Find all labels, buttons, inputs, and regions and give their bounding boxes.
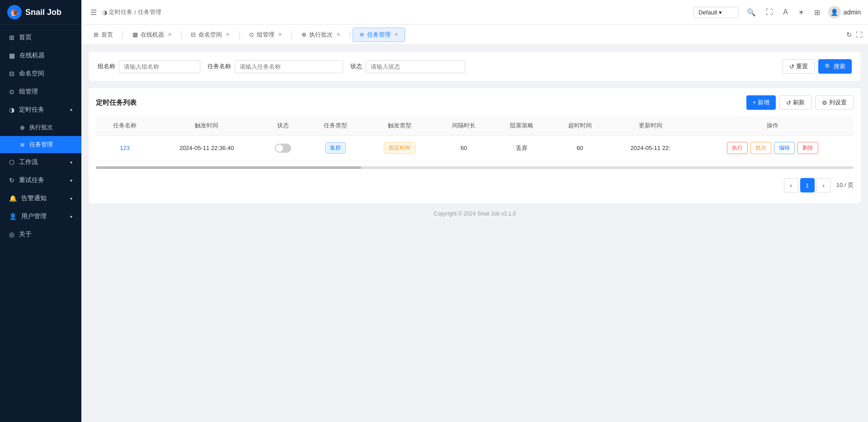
tabbar: ⊞ 首页 | ▦ 在线机器 ✕ | ⊟ 命名空间 ✕ | ⊙ 组管理 ✕ | ⊕…: [81, 25, 868, 45]
usermgr-chevron: ▾: [70, 214, 72, 219]
search-button[interactable]: 🔍 搜索: [818, 59, 852, 74]
refresh-button[interactable]: ↺ 刷新: [779, 95, 811, 110]
sidebar-item-groupmgr[interactable]: ⊙ 组管理: [0, 83, 81, 101]
filter-group-label: 组名称: [98, 62, 115, 70]
table-actions: + 新增 ↺ 刷新 ⚙ 列设置: [746, 95, 854, 110]
usermgr-icon: 👤: [9, 213, 17, 220]
tab-group[interactable]: ⊙ 组管理 ✕: [242, 28, 289, 42]
next-page-btn[interactable]: ›: [816, 178, 831, 192]
table-head-row: 任务名称 触发时间 状态 任务类型 触发类型 间隔时长 阻塞策略 超时时间 更新…: [96, 116, 854, 136]
topbar-left: ☰ ◑ 定时任务 / 任务管理: [89, 6, 693, 19]
footer: Copyright © 2024 Snail Job v3.1.0: [89, 203, 861, 224]
table-scroll[interactable]: 任务名称 触发时间 状态 任务类型 触发类型 间隔时长 阻塞策略 超时时间 更新…: [96, 116, 854, 161]
tab-namespace-close[interactable]: ✕: [226, 32, 230, 38]
refresh-icon: ↺: [786, 99, 791, 106]
home-icon: ⊞: [9, 34, 14, 41]
page-size-info: 10 / 页: [836, 181, 854, 189]
tab-group-close[interactable]: ✕: [278, 32, 282, 38]
fullscreen-icon[interactable]: ⛶: [764, 6, 775, 18]
tab-divider-3: |: [238, 30, 241, 39]
tab-divider-4: |: [291, 30, 293, 39]
filter-bar: 组名称 任务名称 状态 ↺ 重置 🔍 搜索: [89, 52, 861, 81]
collapse-sidebar-btn[interactable]: ☰: [89, 6, 99, 19]
workflow-chevron: ▾: [70, 160, 72, 165]
retry-chevron: ▾: [70, 178, 72, 183]
sidebar-subitem-taskmgr[interactable]: ≋ 任务管理: [0, 136, 81, 153]
edit-button[interactable]: 编辑: [774, 142, 795, 154]
reset-button[interactable]: ↺ 重置: [783, 59, 815, 74]
tab-home-icon: ⊞: [94, 31, 99, 38]
col-update-time: 更新时间: [609, 116, 692, 136]
status-toggle[interactable]: [275, 144, 291, 153]
theme-icon[interactable]: ☀: [796, 6, 806, 19]
layout-icon[interactable]: ⊞: [812, 6, 822, 19]
prev-page-btn[interactable]: ‹: [784, 178, 798, 192]
breadcrumb-item1[interactable]: 定时任务: [109, 8, 132, 16]
sidebar-item-home[interactable]: ⊞ 首页: [0, 28, 81, 47]
run-button[interactable]: 执行: [727, 142, 748, 154]
trigger-type-badge: 固定时间: [384, 142, 415, 154]
env-selector[interactable]: Default ▾: [693, 7, 739, 18]
col-setting-icon: ⚙: [822, 99, 827, 106]
sidebar-item-workflow[interactable]: ⬡ 工作流 ▾: [0, 153, 81, 171]
filter-group-input[interactable]: [119, 60, 200, 73]
new-button[interactable]: + 新增: [746, 95, 776, 110]
batch-icon: ⊕: [20, 124, 25, 131]
topbar: ☰ ◑ 定时任务 / 任务管理 Default ▾ 🔍 ⛶ A ☀ ⊞ 👤 ad…: [81, 0, 868, 25]
tab-batch[interactable]: ⊕ 执行批次 ✕: [295, 28, 347, 42]
tab-online-icon: ▦: [132, 31, 138, 38]
breadcrumb-item2[interactable]: 任务管理: [138, 8, 161, 16]
filter-status-input[interactable]: [366, 60, 465, 73]
horizontal-scrollbar[interactable]: [96, 166, 854, 169]
delete-button[interactable]: 删除: [797, 142, 818, 154]
sidebar-item-about[interactable]: ◎ 关于: [0, 225, 81, 244]
tab-batch-close[interactable]: ✕: [336, 32, 340, 38]
admin-area[interactable]: 👤 admin: [828, 6, 861, 19]
tab-refresh-icon[interactable]: ↻: [846, 31, 852, 39]
sidebar: 🐌 Snail Job ⊞ 首页 ▦ 在线机器 ⊟ 命名空间: [0, 0, 81, 422]
taskmgr-icon: ≋: [20, 141, 25, 148]
sidebar-item-scheduled[interactable]: ◑ 定时任务 ▾: [0, 101, 81, 119]
translate-icon[interactable]: A: [781, 6, 790, 18]
tab-online[interactable]: ▦ 在线机器 ✕: [126, 28, 179, 42]
app-logo[interactable]: 🐌 Snail Job: [0, 0, 81, 25]
tab-task-close[interactable]: ✕: [394, 32, 398, 38]
tab-home[interactable]: ⊞ 首页: [87, 28, 120, 42]
namespace-icon: ⊟: [9, 70, 14, 77]
filter-task-label: 任务名称: [208, 62, 231, 70]
tab-task[interactable]: ≋ 任务管理 ✕: [353, 28, 405, 42]
sidebar-item-online[interactable]: ▦ 在线机器: [0, 47, 81, 65]
sidebar-item-usermgr[interactable]: 👤 用户管理 ▾: [0, 207, 81, 225]
workflow-icon: ⬡: [9, 159, 14, 166]
tab-fullscreen-icon[interactable]: ⛶: [856, 31, 863, 39]
task-name-link[interactable]: 123: [120, 145, 130, 151]
app-name: Snail Job: [25, 8, 61, 17]
tab-task-label: 任务管理: [367, 31, 391, 39]
col-task-name: 任务名称: [96, 116, 154, 136]
groupmgr-icon: ⊙: [9, 88, 14, 95]
batch-button[interactable]: 批次: [750, 142, 771, 154]
tab-batch-icon: ⊕: [302, 31, 307, 38]
search-icon[interactable]: 🔍: [745, 6, 758, 19]
reset-icon: ↺: [789, 63, 794, 70]
filter-status-item: 状态: [350, 60, 465, 73]
data-table: 任务名称 触发时间 状态 任务类型 触发类型 间隔时长 阻塞策略 超时时间 更新…: [96, 116, 854, 161]
col-status: 状态: [259, 116, 307, 136]
sidebar-item-alert[interactable]: 🔔 告警通知 ▾: [0, 189, 81, 207]
col-setting-button[interactable]: ⚙ 列设置: [815, 95, 854, 110]
sidebar-subitem-batch[interactable]: ⊕ 执行批次: [0, 119, 81, 136]
filter-task-input[interactable]: [235, 60, 343, 73]
logo-icon: 🐌: [7, 5, 22, 19]
current-page-btn[interactable]: 1: [800, 178, 815, 192]
filter-actions: ↺ 重置 🔍 搜索: [783, 59, 852, 74]
tab-group-icon: ⊙: [249, 31, 254, 38]
admin-label: admin: [844, 9, 861, 16]
sidebar-item-namespace[interactable]: ⊟ 命名空间: [0, 65, 81, 83]
sidebar-item-retry[interactable]: ↻ 重试任务 ▾: [0, 171, 81, 189]
cell-block-strategy: 丢弃: [493, 136, 551, 161]
tab-online-close[interactable]: ✕: [168, 32, 172, 38]
tab-namespace[interactable]: ⊟ 命名空间 ✕: [184, 28, 236, 42]
tab-namespace-label: 命名空间: [198, 31, 222, 39]
cell-trigger-time: 2024-05-11 22:36:40: [154, 136, 259, 161]
main-content: 组名称 任务名称 状态 ↺ 重置 🔍 搜索: [81, 45, 868, 422]
